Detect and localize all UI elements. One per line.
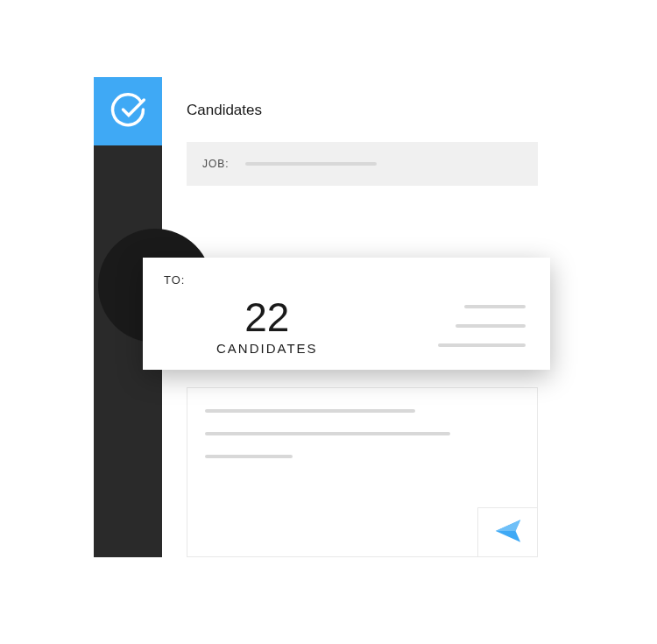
message-line: [205, 432, 450, 435]
message-line: [205, 455, 293, 458]
to-count-label: CANDIDATES: [216, 341, 318, 356]
recipient-line: [438, 343, 526, 347]
message-placeholder-lines: [205, 409, 519, 458]
to-count-block: 22 CANDIDATES: [216, 297, 318, 356]
send-icon: [493, 516, 523, 548]
message-line: [205, 409, 415, 413]
logo-box[interactable]: [94, 77, 162, 145]
message-input[interactable]: [187, 387, 538, 557]
to-count: 22: [244, 297, 289, 337]
to-card: TO: 22 CANDIDATES: [143, 258, 550, 370]
job-value-placeholder: [245, 162, 377, 166]
send-button[interactable]: [477, 507, 537, 556]
page-title: Candidates: [187, 102, 538, 119]
to-content: 22 CANDIDATES: [164, 287, 529, 365]
recipient-line: [456, 324, 526, 328]
to-recipient-lines: [438, 305, 526, 347]
checkmark-logo-icon: [109, 90, 147, 132]
svg-marker-1: [495, 520, 519, 531]
recipient-line: [464, 305, 526, 308]
to-label: TO:: [164, 273, 529, 287]
job-field[interactable]: JOB:: [187, 142, 538, 186]
job-label: JOB:: [202, 158, 230, 170]
